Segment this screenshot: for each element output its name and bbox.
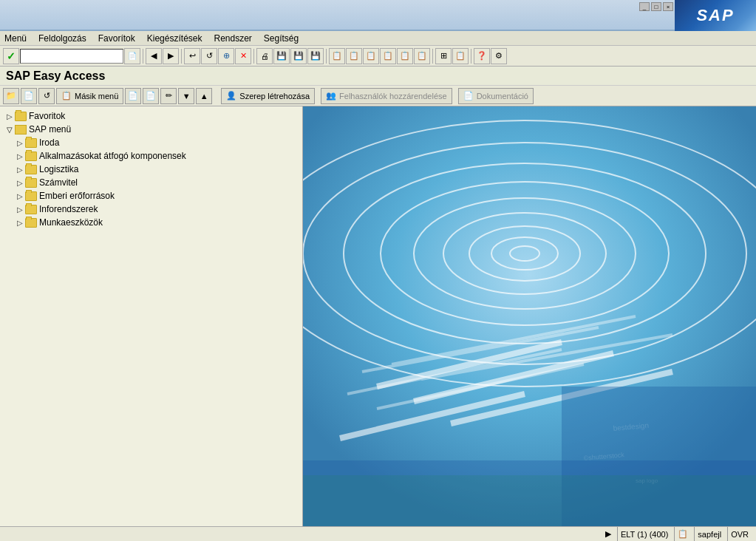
save-button[interactable]: 💾 xyxy=(273,48,290,64)
status-bar: ▶ ELT (1) (400) 📋 sapfejl OVR xyxy=(0,526,756,541)
maximize-button[interactable]: □ xyxy=(651,2,661,11)
folder-icon-szamvitel xyxy=(25,178,37,188)
copy3-button[interactable]: 📋 xyxy=(363,48,379,64)
copy4-button[interactable]: 📋 xyxy=(380,48,396,64)
title-bar: SAP Easy Access xyxy=(0,67,756,86)
menu-item-menue[interactable]: Menü xyxy=(4,33,27,44)
page-wrapper: _ □ × SAP Menü Feldolgozás Favorítok Kie… xyxy=(0,0,756,541)
toolbar2-btn6[interactable]: ✏ xyxy=(160,88,177,104)
window-chrome: _ □ × xyxy=(638,0,675,13)
menu-item-rendszer[interactable]: Rendszer xyxy=(214,33,251,44)
forward-button[interactable]: ▶ xyxy=(163,48,179,64)
svg-rect-24 xyxy=(303,475,756,526)
arrow-alkalmazasok: ▷ xyxy=(15,152,25,160)
menu-item-segitseg[interactable]: Segítség xyxy=(264,33,299,44)
separator-1 xyxy=(143,49,143,64)
grid-button[interactable]: ⊞ xyxy=(435,48,452,64)
tree-panel: ▷ Favoritok ▽ SAP menü ▷ Iroda ▷ Alkalma… xyxy=(0,106,303,526)
top-header-bar: _ □ × SAP xyxy=(0,0,756,31)
arrow-szamvitel: ▷ xyxy=(15,179,25,187)
status-sapfejl-text: sapfejl xyxy=(698,530,721,539)
save3-button[interactable]: 💾 xyxy=(307,48,324,64)
folder-icon-munkaeszkozok xyxy=(25,218,37,228)
menu-bar: Menü Feldolgozás Favorítok Kiegészítések… xyxy=(0,31,756,46)
arrow-inforendszerek: ▷ xyxy=(15,205,25,214)
documentation-button[interactable]: 📄 Dokumentáció xyxy=(458,88,534,104)
tree-item-iroda[interactable]: ▷ Iroda xyxy=(0,136,302,149)
main-content: ▷ Favoritok ▽ SAP menü ▷ Iroda ▷ Alkalma… xyxy=(0,106,756,526)
page-title: SAP Easy Access xyxy=(6,69,105,83)
separator-5 xyxy=(432,49,433,64)
history-back-button[interactable]: ↩ xyxy=(184,48,200,64)
arrow-iroda: ▷ xyxy=(15,139,25,147)
folder-icon-logisztika xyxy=(25,165,37,174)
water-ripple-svg: bestdesign ©shutterstock sap logo xyxy=(303,106,756,526)
assign-users-icon: 👥 xyxy=(326,91,336,101)
toolbar2-btn1[interactable]: 📁 xyxy=(3,88,19,104)
documentation-icon: 📄 xyxy=(463,91,474,101)
label-logisztika: Logisztika xyxy=(39,164,78,174)
tree-item-emberi[interactable]: ▷ Emberi erőforrások xyxy=(0,189,302,203)
folder-icon-inforendszerek xyxy=(25,205,37,214)
tree-item-logisztika[interactable]: ▷ Logisztika xyxy=(0,163,302,176)
tree-item-szamvitel[interactable]: ▷ Számvitel xyxy=(0,176,302,189)
assign-users-button[interactable]: 👥 Felhasználók hozzárendelése xyxy=(321,88,452,104)
back-button[interactable]: ◀ xyxy=(146,48,162,64)
refresh-button[interactable]: ↺ xyxy=(201,48,217,64)
copy-button[interactable]: 📋 xyxy=(329,48,345,64)
command-input[interactable] xyxy=(20,49,123,64)
other-menu-button[interactable]: 📋 Másik menü xyxy=(56,88,123,104)
home-button[interactable]: ⊕ xyxy=(218,48,234,64)
toolbar2-btn5[interactable]: 📄 xyxy=(143,88,159,104)
status-play-icon: ▶ xyxy=(605,529,611,539)
toolbar2-btn7[interactable]: ▼ xyxy=(178,88,194,104)
sap-logo: SAP xyxy=(675,0,756,31)
label-szamvitel: Számvitel xyxy=(39,177,78,188)
menu-item-favoritok[interactable]: Favorítok xyxy=(98,33,135,44)
copy5-button[interactable]: 📋 xyxy=(397,48,413,64)
create-role-button[interactable]: 👤 Szerep létrehozása xyxy=(221,88,315,104)
status-sapfejl: sapfejl xyxy=(694,527,724,541)
menu-item-feldolgozas[interactable]: Feldolgozás xyxy=(38,33,86,44)
browse-button[interactable]: 📄 xyxy=(124,48,140,64)
image-panel: bestdesign ©shutterstock sap logo xyxy=(303,106,756,526)
status-icon: 📋 xyxy=(674,527,691,541)
print-button[interactable]: 🖨 xyxy=(256,48,273,64)
toolbar2-btn8[interactable]: ▲ xyxy=(196,88,212,104)
separator-4 xyxy=(326,49,327,64)
label-favorites: Favoritok xyxy=(29,111,65,121)
status-elt: ELT (1) (400) xyxy=(617,527,671,541)
stop-button[interactable]: ✕ xyxy=(235,48,251,64)
confirm-button[interactable]: ✓ xyxy=(3,48,19,64)
copy6-button[interactable]: 📋 xyxy=(414,48,430,64)
secondary-toolbar: 📁 📄 ↺ 📋 Másik menü 📄 📄 ✏ ▼ ▲ 👤 Szerep lé… xyxy=(0,86,756,106)
tree-item-munkaeszkozok[interactable]: ▷ Munkaeszközök xyxy=(0,216,302,229)
label-inforendszerek: Inforendszerek xyxy=(39,204,98,214)
main-toolbar: ✓ 📄 ◀ ▶ ↩ ↺ ⊕ ✕ 🖨 💾 💾 💾 📋 📋 📋 📋 📋 📋 ⊞ 📋 … xyxy=(0,46,756,67)
label-alkalmazasok: Alkalmazásokat átfogó komponensek xyxy=(39,151,186,161)
toolbar2-btn2[interactable]: 📄 xyxy=(21,88,37,104)
status-clipboard-icon: 📋 xyxy=(678,529,688,539)
arrow-logisztika: ▷ xyxy=(15,166,25,174)
label-munkaeszkozok: Munkaeszközök xyxy=(39,217,103,228)
tree-item-inforendszerek[interactable]: ▷ Inforendszerek xyxy=(0,203,302,216)
settings-button[interactable]: ⚙ xyxy=(491,48,507,64)
tree-item-alkalmazasok[interactable]: ▷ Alkalmazásokat átfogó komponensek xyxy=(0,149,302,163)
tree-item-sap-menu[interactable]: ▽ SAP menü xyxy=(0,123,302,136)
arrow-munkaeszkozok: ▷ xyxy=(15,219,25,227)
help-button[interactable]: ❓ xyxy=(474,48,490,64)
folder-icon-sap-menu xyxy=(15,125,27,135)
copy2-button[interactable]: 📋 xyxy=(346,48,362,64)
toolbar2-btn4[interactable]: 📄 xyxy=(125,88,141,104)
label-sap-menu: SAP menü xyxy=(29,124,71,135)
menu-item-kiegeszitesek[interactable]: Kiegészítések xyxy=(147,33,202,44)
create-role-icon: 👤 xyxy=(226,91,236,101)
separator-6 xyxy=(471,49,471,64)
doc2-button[interactable]: 📋 xyxy=(452,48,469,64)
minimize-button[interactable]: _ xyxy=(639,2,650,11)
tree-item-favorites[interactable]: ▷ Favoritok xyxy=(0,109,302,123)
separator-2 xyxy=(181,49,182,64)
save2-button[interactable]: 💾 xyxy=(290,48,307,64)
close-button[interactable]: × xyxy=(663,2,673,11)
toolbar2-btn3[interactable]: ↺ xyxy=(38,88,55,104)
